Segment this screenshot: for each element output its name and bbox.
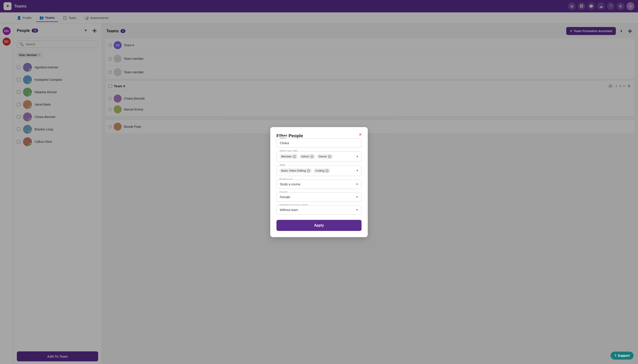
name-field-label: Name [279, 136, 287, 139]
filter-people-modal: Filter People ✕ Name Select user roles M… [270, 127, 368, 237]
name-input[interactable] [276, 138, 362, 148]
user-roles-arrow[interactable]: ▼ [356, 155, 359, 158]
tag-admin: Admin ✕ [299, 154, 315, 159]
user-roles-group: Select user roles Member ✕ Admin ✕ Owner… [276, 151, 362, 162]
modal-overlay[interactable]: Filter People ✕ Name Select user roles M… [0, 0, 638, 364]
tag-owner: Owner ✕ [317, 154, 333, 159]
gender-select-wrap: Female Male Non-binary Prefer not to say… [276, 192, 362, 202]
gender-group: Gender Female Male Non-binary Prefer not… [276, 192, 362, 202]
apply-button[interactable]: Apply [276, 220, 362, 231]
preferences-group: Preferences Study a course Work on a pro… [276, 180, 362, 189]
skills-label: Skills [279, 164, 286, 166]
support-button[interactable]: ? Support [610, 352, 633, 360]
has-team-select[interactable]: Without team With team Any [276, 205, 362, 214]
modal-close-button[interactable]: ✕ [357, 132, 363, 138]
remove-owner-tag[interactable]: ✕ [328, 155, 331, 158]
user-roles-label: Select user roles [279, 150, 299, 152]
tag-video-editing: Basic Video Editing ✕ [279, 168, 312, 173]
skills-arrow[interactable]: ▼ [356, 169, 359, 172]
gender-select[interactable]: Female Male Non-binary Prefer not to say [276, 192, 362, 202]
preferences-select-wrap: Study a course Work on a project Other ▼ [276, 180, 362, 189]
skills-input[interactable]: Skills Basic Video Editing ✕ Coding ✕ ▼ [276, 166, 362, 176]
skills-group: Skills Basic Video Editing ✕ Coding ✕ ▼ [276, 166, 362, 176]
remove-coding-tag[interactable]: ✕ [325, 169, 329, 172]
tag-coding: Coding ✕ [313, 168, 331, 173]
preferences-select[interactable]: Study a course Work on a project Other [276, 180, 362, 189]
remove-admin-tag[interactable]: ✕ [310, 155, 314, 158]
has-team-select-wrap: Without team With team Any ▼ [276, 205, 362, 214]
support-icon: ? [614, 354, 616, 357]
remove-member-tag[interactable]: ✕ [293, 155, 296, 158]
tag-member: Member ✕ [279, 154, 298, 159]
has-team-group: Has/does not have a team Without team Wi… [276, 205, 362, 214]
user-roles-input[interactable]: Select user roles Member ✕ Admin ✕ Owner… [276, 151, 362, 162]
remove-video-tag[interactable]: ✕ [307, 169, 310, 172]
name-field-group: Name [276, 138, 362, 148]
